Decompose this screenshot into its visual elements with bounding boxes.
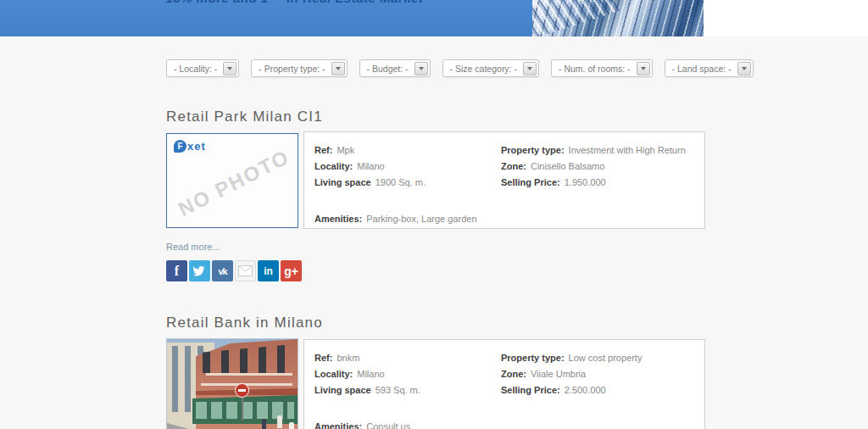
listing1-title: Retail Park Milan CI1	[166, 109, 323, 125]
zone-label: Zone:	[501, 161, 526, 171]
chevron-down-icon	[336, 67, 341, 70]
amenities-label: Amenities:	[314, 421, 362, 429]
living-space-label: Living space	[314, 385, 371, 395]
filter-property-type[interactable]: - Property type: -	[251, 59, 347, 77]
listing2-ref-row: Ref:bnkm	[314, 350, 420, 366]
listing2-locality-row: Locality:Milano	[314, 366, 420, 382]
googleplus-icon[interactable]: g+	[281, 260, 302, 281]
read-more-link[interactable]: Read more...	[166, 242, 220, 252]
photo-pedestrian	[277, 415, 282, 428]
header-banner: - 15% more and 1° - in Real Estate Marke…	[0, 0, 532, 36]
listing2-details-left: Ref:bnkm Locality:Milano Living space593…	[314, 350, 420, 398]
zone-value: Viiale Umbria	[531, 369, 586, 379]
twitter-icon[interactable]	[189, 260, 210, 281]
listing1-details-left: Ref:Mpk Locality:Milano Living space1900…	[314, 142, 426, 191]
property-type-label: Property type:	[501, 145, 565, 155]
listing2-living-row: Living space593 Sq. m.	[314, 382, 420, 398]
filter-size-category[interactable]: - Size category: -	[442, 59, 539, 77]
listing1-amenities-row: Amenities:Parking-box, Large garden	[314, 211, 477, 227]
chevron-down-icon	[641, 67, 646, 70]
filter-budget-label: - Budget: -	[367, 64, 415, 74]
listing2-price-row: Selling Price:2.500.000	[501, 382, 642, 398]
photo-pedestrian	[262, 419, 266, 429]
listing2-amenities-row: Amenities:Consult us	[314, 419, 410, 429]
filter-size-category-label: - Size category: -	[450, 64, 523, 74]
vk-icon[interactable]: vk	[212, 260, 233, 281]
zone-label: Zone:	[501, 369, 526, 379]
listing2-title: Retail Bank in Milano	[166, 315, 323, 332]
listing1-living-row: Living space1900 Sq. m.	[314, 175, 426, 191]
skyscraper-image	[532, 0, 704, 36]
filter-land-space[interactable]: - Land space: -	[665, 59, 754, 77]
photo-pedestrian	[289, 422, 294, 429]
social-share-bar: f vk in g+	[166, 260, 302, 281]
filter-locality-dropdown-button[interactable]	[223, 62, 236, 75]
photo-balcony	[206, 373, 292, 376]
fxet-logo: F xet	[174, 140, 206, 153]
ref-value: bnkm	[337, 353, 359, 363]
listing1-locality-row: Locality:Milano	[314, 159, 426, 175]
filter-land-space-label: - Land space: -	[672, 64, 737, 74]
listing1-details-right: Property type:Investment with High Retur…	[501, 142, 686, 191]
envelope-icon	[238, 265, 253, 276]
filter-property-type-dropdown-button[interactable]	[331, 62, 345, 75]
amenities-value: Parking-box, Large garden	[366, 214, 476, 224]
filter-budget[interactable]: - Budget: -	[359, 59, 431, 77]
listing1-ptype-row: Property type:Investment with High Retur…	[501, 142, 686, 159]
no-entry-sign-icon	[235, 383, 249, 398]
filter-budget-dropdown-button[interactable]	[415, 62, 428, 75]
fxet-logo-pin-icon: F	[174, 140, 186, 153]
filter-locality[interactable]: - Locality: -	[166, 59, 239, 77]
ref-label: Ref:	[314, 353, 332, 363]
selling-price-label: Selling Price:	[501, 177, 560, 187]
amenities-value: Consult us	[366, 421, 410, 429]
filter-num-rooms-dropdown-button[interactable]	[637, 62, 650, 75]
chevron-down-icon	[527, 67, 532, 70]
chevron-down-icon	[742, 67, 747, 70]
chevron-down-icon	[227, 67, 232, 70]
fxet-logo-text: xet	[187, 140, 206, 153]
listing1-details: Ref:Mpk Locality:Milano Living space1900…	[303, 131, 705, 229]
facebook-icon[interactable]: f	[166, 260, 187, 281]
listing2-details: Ref:bnkm Locality:Milano Living space593…	[303, 339, 705, 429]
listing2-ptype-row: Property type:Low cost property	[501, 350, 642, 366]
property-type-label: Property type:	[501, 353, 565, 363]
listing1-ref-row: Ref:Mpk	[314, 142, 426, 159]
filter-locality-label: - Locality: -	[174, 64, 223, 74]
amenities-label: Amenities:	[314, 214, 362, 224]
listing2-zone-row: Zone:Viiale Umbria	[501, 366, 642, 382]
filter-bar: - Locality: - - Property type: - - Budge…	[166, 59, 754, 77]
listing2-photo[interactable]	[166, 338, 298, 429]
locality-value: Milano	[357, 161, 384, 171]
property-type-value: Low cost property	[569, 353, 643, 363]
header-tagline: - 15% more and 1° - in Real Estate Marke…	[157, 0, 423, 5]
selling-price-value: 1.950.000	[565, 177, 606, 187]
filter-land-space-dropdown-button[interactable]	[737, 62, 751, 75]
listing1-zone-row: Zone:Cinisello Balsamo	[501, 159, 686, 175]
ref-label: Ref:	[314, 145, 332, 155]
filter-num-rooms-label: - Num. of rooms: -	[559, 64, 637, 74]
mail-icon[interactable]	[235, 260, 256, 281]
listing1-price-row: Selling Price:1.950.000	[501, 175, 686, 191]
living-space-label: Living space	[314, 177, 371, 187]
linkedin-icon[interactable]: in	[258, 260, 279, 281]
property-type-value: Investment with High Return	[569, 145, 686, 155]
no-photo-watermark: NO PHOTO	[166, 140, 298, 226]
filter-num-rooms[interactable]: - Num. of rooms: -	[551, 59, 653, 77]
locality-label: Locality:	[314, 161, 353, 171]
living-space-value: 593 Sq. m.	[376, 385, 420, 395]
filter-property-type-label: - Property type: -	[259, 64, 331, 74]
locality-value: Milano	[357, 369, 384, 379]
zone-value: Cinisello Balsamo	[531, 161, 604, 171]
header-spacer	[704, 0, 868, 36]
selling-price-label: Selling Price:	[501, 385, 560, 395]
living-space-value: 1900 Sq. m.	[376, 177, 426, 187]
selling-price-value: 2.500.000	[565, 385, 606, 395]
twitter-bird-icon	[193, 265, 206, 276]
photo-sign-pole	[242, 395, 243, 421]
listing2-details-right: Property type:Low cost property Zone:Vii…	[501, 350, 642, 398]
filter-size-category-dropdown-button[interactable]	[523, 62, 537, 75]
chevron-down-icon	[419, 67, 424, 70]
listing1-photo-placeholder[interactable]: F xet NO PHOTO	[166, 133, 298, 228]
locality-label: Locality:	[314, 369, 353, 379]
